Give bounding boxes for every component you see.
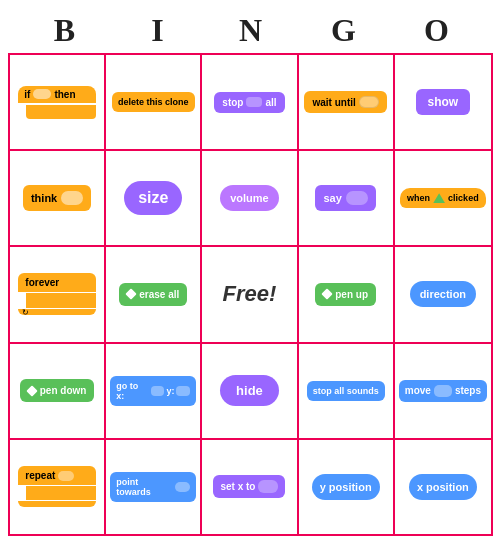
cell-b2: think [10,151,106,247]
header-b: B [25,12,105,49]
erase-label: erase all [139,289,179,300]
direction-label: direction [420,288,466,300]
size-label: size [138,189,168,206]
cell-o4: move steps [395,344,493,440]
goto-label: go to x: [116,381,148,401]
wait-label: wait until [312,97,355,108]
header-g: G [304,12,384,49]
point-label: point towards [116,477,172,497]
cell-n3-free: Free! [202,247,298,343]
cell-i2: size [106,151,202,247]
repeat-label: repeat [25,470,55,481]
forever-label: forever [25,277,59,288]
cell-g3: pen up [299,247,395,343]
delete-label: delete this clone [118,97,189,107]
show-label: show [428,95,459,109]
cell-i4: go to x: y: [106,344,202,440]
cell-b5: repeat [10,440,106,536]
volume-label: volume [230,192,269,204]
cell-b3: forever ↻ [10,247,106,343]
ypos-label: y position [320,481,372,493]
cell-o3: direction [395,247,493,343]
cell-b4: pen down [10,344,106,440]
clicked-label: clicked [448,193,479,203]
xpos-label: x position [417,481,469,493]
cell-i3: erase all [106,247,202,343]
cell-o2: when clicked [395,151,493,247]
cell-b1: if then [10,55,106,151]
cell-n5: set x to [202,440,298,536]
move-label: move [405,385,431,396]
cell-i5: point towards [106,440,202,536]
cell-n2: volume [202,151,298,247]
pendown-label: pen down [40,385,87,396]
hide-label: hide [236,383,263,398]
cell-n4: hide [202,344,298,440]
then-label: then [54,89,75,100]
cell-g1: wait until [299,55,395,151]
penup-label: pen up [335,289,368,300]
bingo-header: B I N G O [8,8,493,53]
say-label: say [323,192,341,204]
header-n: N [211,12,291,49]
cell-n1: stop all [202,55,298,151]
think-label: think [31,192,57,204]
steps-label: steps [455,385,481,396]
free-label: Free! [223,281,277,307]
stop-label: stop [222,97,243,108]
if-label: if [24,89,30,100]
cell-g5: y position [299,440,395,536]
all-label: all [265,97,276,108]
cell-g2: say [299,151,395,247]
bingo-card: B I N G O if then delete this clone [0,0,501,544]
cell-o5: x position [395,440,493,536]
cell-o1: show [395,55,493,151]
bingo-grid: if then delete this clone stop all [8,53,493,536]
setx-label: set x to [220,481,255,492]
when-label: when [407,193,430,203]
header-o: O [397,12,477,49]
stop-sounds-label: stop all sounds [313,386,379,396]
header-i: I [118,12,198,49]
cell-g4: stop all sounds [299,344,395,440]
cell-i1: delete this clone [106,55,202,151]
